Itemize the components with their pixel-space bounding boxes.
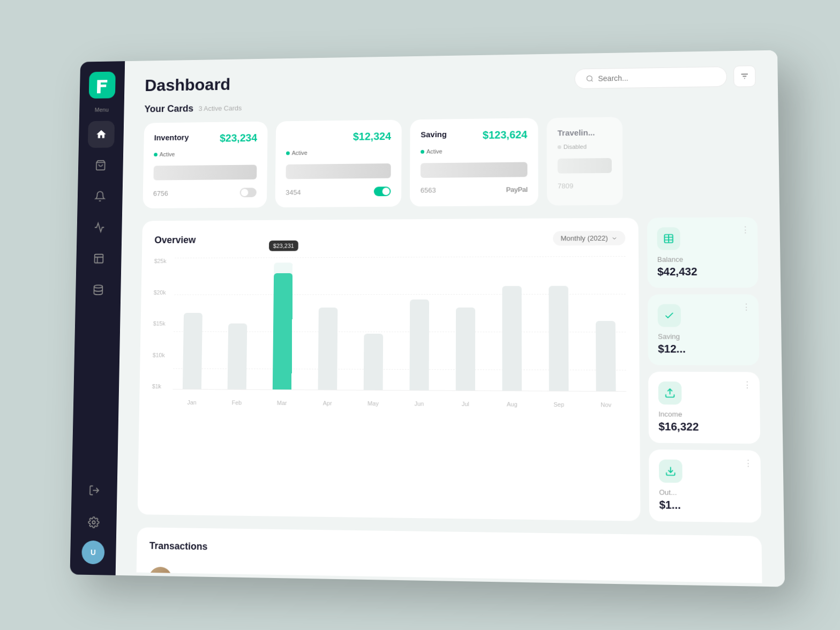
period-selector[interactable]: Monthly (2022) — [553, 231, 625, 246]
svg-point-4 — [92, 521, 95, 524]
x-label: Feb — [218, 399, 257, 406]
bar-aug — [492, 257, 532, 391]
income-icon — [658, 381, 682, 404]
stat-value: $16,322 — [658, 421, 750, 434]
x-label: Mar — [262, 400, 302, 406]
stat-income: ⋮ Income $16,322 — [648, 372, 760, 444]
outgoing-icon — [659, 460, 682, 483]
balance-icon — [657, 227, 680, 250]
sidebar-item-cart[interactable] — [87, 152, 114, 179]
y-label: $20k — [154, 289, 166, 295]
period-label: Monthly (2022) — [561, 234, 608, 242]
card-toggle[interactable] — [240, 188, 257, 197]
card-brand: PayPal — [506, 185, 528, 193]
y-label: $25k — [154, 258, 167, 264]
transaction-date: 5/16/2022 — [579, 582, 634, 583]
stat-outgoing: ⋮ Out... $1... — [649, 449, 761, 523]
search-input[interactable] — [598, 72, 715, 82]
transactions-title: Transactions — [149, 541, 748, 561]
status-label: Active — [160, 151, 175, 158]
sidebar-item-logout[interactable] — [81, 476, 108, 504]
card-name: Inventory — [154, 133, 189, 142]
bar — [228, 323, 248, 389]
stat-more-icon[interactable]: ⋮ — [742, 302, 751, 312]
bar-jul — [446, 257, 486, 391]
cards-subtitle: 3 Active Cards — [198, 104, 242, 112]
sidebar-item-settings[interactable] — [80, 508, 107, 537]
status-dot — [154, 153, 158, 156]
bar — [409, 299, 429, 391]
bar — [549, 286, 568, 391]
sidebar-item-home[interactable] — [88, 121, 115, 148]
sidebar-item-reports[interactable] — [85, 245, 112, 272]
x-label: Sep — [539, 401, 580, 408]
saving-icon — [658, 304, 681, 327]
bar — [318, 308, 338, 390]
bar-bg — [273, 262, 293, 389]
status-label: Disabled — [564, 144, 587, 150]
transaction-row: AT Alex Telles Monthly Salary 5/16/2022 … — [148, 560, 749, 583]
card-number: 3454 — [286, 188, 301, 196]
stat-value: $1... — [659, 499, 751, 513]
page-title: Dashboard — [145, 74, 230, 95]
card-name: Saving — [421, 130, 447, 139]
chart-x-labels: Jan Feb Mar Apr May Jun Jul Aug Sep Nov — [172, 399, 626, 408]
sidebar-item-notifications[interactable] — [87, 183, 114, 210]
transaction-time: 6:14:21 PM — [641, 583, 697, 583]
stat-label: Out... — [659, 488, 751, 497]
chart-y-labels: $25k $20k $15k $10k $1k — [152, 258, 167, 389]
card-number: 6756 — [153, 189, 168, 197]
card-amount: $123,624 — [483, 129, 527, 141]
search-icon — [586, 74, 594, 83]
stat-value: $12... — [658, 343, 749, 356]
bar-may — [354, 257, 394, 390]
user-avatar[interactable]: U — [81, 541, 104, 565]
svg-point-2 — [94, 285, 103, 288]
search-bar[interactable] — [574, 66, 727, 89]
y-label: $10k — [153, 351, 165, 358]
app-logo — [89, 72, 116, 99]
menu-label: Menu — [95, 107, 109, 113]
x-label: Jul — [446, 401, 486, 408]
overview-section: Overview Monthly (2022) — [138, 217, 762, 523]
x-label: Nov — [586, 401, 626, 408]
sidebar-item-storage[interactable] — [85, 276, 112, 304]
bar-nov — [585, 256, 626, 391]
overview-card: Overview Monthly (2022) — [138, 218, 641, 521]
chevron-down-icon — [611, 235, 618, 241]
overview-title: Overview — [154, 235, 196, 246]
sidebar-item-analytics[interactable] — [86, 214, 112, 241]
transaction-desc: Monthly Salary — [248, 576, 572, 584]
content-area: Your Cards 3 Active Cards Inventory $23,… — [116, 95, 785, 583]
card-traveling: Travelin... Disabled 7809 — [546, 117, 622, 205]
stat-more-icon[interactable]: ⋮ — [744, 458, 753, 469]
card-name: Travelin... — [558, 128, 595, 138]
card-saving: Saving $123,624 Active 6563 PayPal — [410, 118, 538, 206]
x-label: Jan — [172, 399, 211, 406]
stat-more-icon[interactable]: ⋮ — [742, 380, 752, 391]
card-toggle[interactable] — [374, 186, 391, 196]
stat-label: Income — [658, 410, 750, 418]
filter-button[interactable] — [733, 65, 756, 87]
stat-value: $42,432 — [657, 265, 748, 278]
avatar-image: AT — [148, 567, 172, 583]
card-number: 7809 — [558, 182, 573, 190]
bar — [456, 308, 475, 391]
bar-jun — [399, 257, 439, 390]
cards-title: Your Cards — [144, 103, 193, 115]
card-strip — [558, 158, 612, 174]
bar — [596, 321, 616, 391]
bar-feb — [218, 258, 258, 389]
bar — [502, 286, 522, 391]
stats-sidebar: ⋮ Balance $42,432 ⋮ — [647, 217, 761, 523]
status-dot — [421, 149, 424, 153]
card-inventory: Inventory $23,234 Active 6756 — [142, 122, 267, 208]
stat-more-icon[interactable]: ⋮ — [741, 224, 750, 235]
svg-rect-1 — [94, 254, 103, 263]
card-amount: $23,234 — [220, 132, 257, 144]
card-number: 6563 — [421, 186, 436, 194]
stat-label: Balance — [657, 255, 748, 264]
bar — [364, 334, 383, 390]
stat-saving: ⋮ Saving $12... — [648, 294, 759, 365]
bar-jan — [172, 258, 213, 389]
